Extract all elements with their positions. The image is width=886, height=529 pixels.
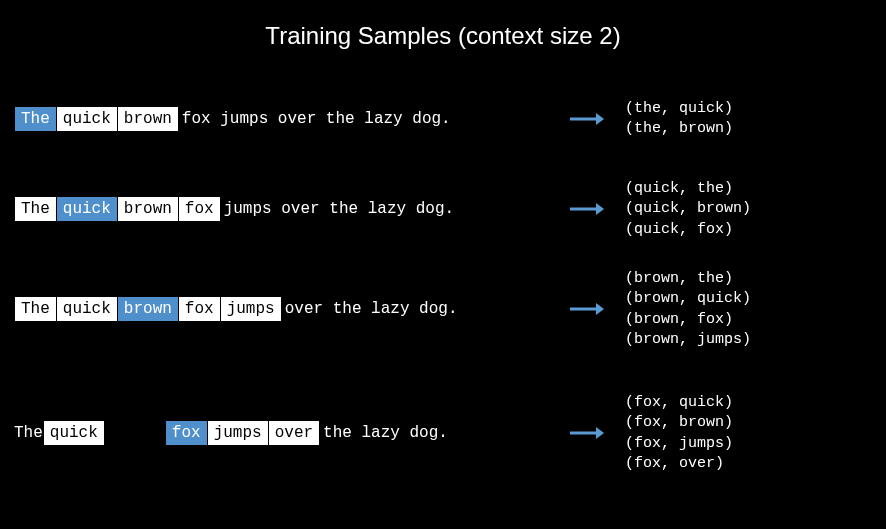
token: The — [14, 196, 57, 222]
token: brown — [117, 196, 179, 222]
pair: (brown, quick) — [625, 289, 751, 309]
arrow-icon — [570, 302, 604, 316]
pair: (quick, fox) — [625, 219, 751, 239]
svg-marker-3 — [596, 203, 604, 215]
pair: (fox, quick) — [625, 393, 733, 413]
pair: (quick, brown) — [625, 199, 751, 219]
tokens-1: The quick brown — [14, 106, 178, 132]
token: quick — [56, 196, 118, 222]
sample-row-3: The quick brown fox jumps over the lazy … — [0, 296, 886, 322]
svg-marker-5 — [596, 303, 604, 315]
arrow-icon — [570, 426, 604, 440]
pair: (quick, the) — [625, 179, 751, 199]
token: brown — [117, 106, 179, 132]
pairs-2: (quick, the) (quick, brown) (quick, fox) — [625, 179, 751, 240]
tokens-3: The quick brown fox jumps — [14, 296, 281, 322]
tokens-2: The quick brown fox — [14, 196, 220, 222]
token: The — [14, 296, 57, 322]
pair: (fox, jumps) — [625, 433, 733, 453]
diagram-title: Training Samples (context size 2) — [265, 22, 620, 50]
arrow-icon — [570, 202, 604, 216]
pairs-3: (brown, the) (brown, quick) (brown, fox)… — [625, 269, 751, 350]
pairs-4: (fox, quick) (fox, brown) (fox, jumps) (… — [625, 393, 733, 474]
token: quick — [43, 420, 105, 446]
token: jumps — [220, 296, 282, 322]
token: quick — [56, 296, 118, 322]
pair: (the, quick) — [625, 99, 733, 119]
token: fox — [178, 296, 221, 322]
pair: (the, brown) — [625, 119, 733, 139]
pair: (fox, over) — [625, 453, 733, 473]
token: fox — [165, 420, 208, 446]
token: jumps — [207, 420, 269, 446]
token: over — [268, 420, 320, 446]
tokens-4: quick brown fox jumps over — [43, 420, 319, 446]
sentence-rest: fox jumps over the lazy dog. — [182, 110, 451, 128]
pair: (brown, jumps) — [625, 329, 751, 349]
pair: (brown, the) — [625, 269, 751, 289]
sentence-rest: the lazy dog. — [323, 424, 448, 442]
pairs-1: (the, quick) (the, brown) — [625, 99, 733, 140]
sentence-rest: jumps over the lazy dog. — [224, 200, 454, 218]
sample-row-4: The quick brown fox jumps over the lazy … — [0, 420, 886, 446]
sentence-rest: over the lazy dog. — [285, 300, 458, 318]
sentence-prefix: The — [14, 424, 43, 442]
svg-marker-1 — [596, 113, 604, 125]
sample-row-1: The quick brown fox jumps over the lazy … — [0, 106, 886, 132]
token: fox — [178, 196, 221, 222]
token: quick — [56, 106, 118, 132]
pair: (brown, fox) — [625, 309, 751, 329]
token: The — [14, 106, 57, 132]
token: brown — [117, 296, 179, 322]
pair: (fox, brown) — [625, 413, 733, 433]
svg-marker-7 — [596, 427, 604, 439]
sample-row-2: The quick brown fox jumps over the lazy … — [0, 196, 886, 222]
arrow-icon — [570, 112, 604, 126]
